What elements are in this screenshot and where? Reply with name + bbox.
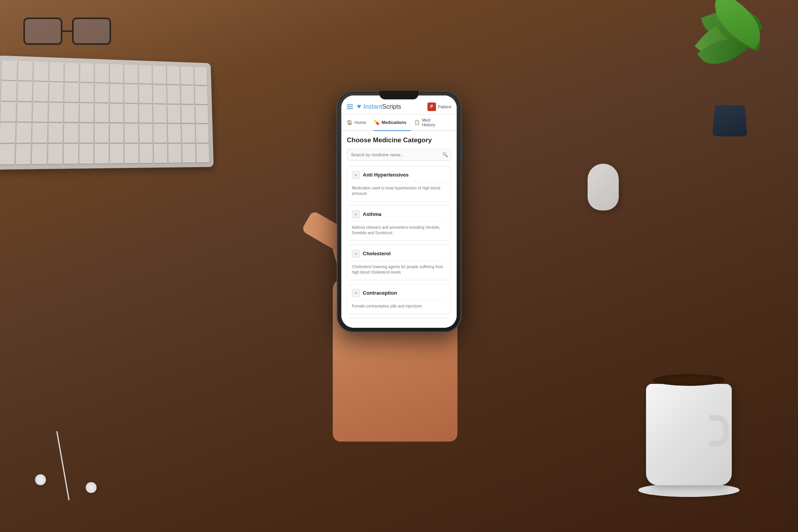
phone-notch	[380, 91, 418, 99]
category-name: Asthma	[363, 211, 381, 217]
subnav-medications-label: Medications	[381, 120, 406, 125]
logo-scripts: Scripts	[382, 103, 401, 110]
phone-screen: ♥ InstantScripts P Patient	[341, 95, 457, 328]
patient-label: Patient	[438, 104, 451, 109]
hand-phone-wrapper: ♥ InstantScripts P Patient	[290, 91, 508, 442]
logo-text: InstantScripts	[364, 103, 401, 110]
glasses-decoration	[16, 12, 125, 51]
subnav-med-history-label: Med History	[422, 118, 443, 127]
category-doc-icon: ≡	[352, 289, 360, 297]
page-title: Choose Medicine Category	[347, 136, 451, 144]
patient-badge[interactable]: P Patient	[427, 103, 451, 111]
phone-volume-down-button	[335, 151, 337, 173]
category-name: Contraception	[363, 290, 397, 296]
category-name: Cholesterol	[363, 251, 391, 256]
category-card-anti-hypertensives[interactable]: ≡ Anti Hypertensives Medication used to …	[347, 166, 451, 201]
category-card-asthma[interactable]: ≡ Asthma Asthma relievers and preventers…	[347, 205, 451, 241]
category-description: Cholesterol lowering agents for people s…	[352, 264, 446, 275]
med-history-icon: 📋	[414, 120, 420, 125]
phone-power-button	[461, 141, 463, 163]
category-card-contraception[interactable]: ≡ Contraception Female contraceptive pil…	[347, 284, 451, 314]
subnav-item-medications[interactable]: 💊 Medications	[374, 115, 411, 130]
phone-volume-up-button	[335, 134, 337, 147]
category-header: ≡ Contraception	[352, 289, 446, 300]
coffee-cup-decoration	[619, 337, 751, 501]
patient-avatar: P	[427, 103, 436, 111]
subnav-item-home[interactable]: 🏠 Home	[347, 115, 371, 130]
category-header: ≡ Cholesterol	[352, 250, 446, 261]
category-header: ≡ Anti Hypertensives	[352, 171, 446, 182]
earphones-decoration	[23, 423, 140, 501]
category-name: Anti Hypertensives	[363, 172, 409, 178]
category-description: Female contraceptive pills and injection…	[352, 304, 446, 309]
navbar-right: P Patient	[427, 103, 451, 111]
app-page: Choose Medicine Category 🔍 ≡ Anti Hypert…	[341, 131, 457, 320]
category-card-depression-anxiety[interactable]: ≡ Depression And Anxiety	[347, 318, 451, 320]
subnav-item-med-history[interactable]: 📋 Med History	[414, 115, 448, 130]
app-content: ♥ InstantScripts P Patient	[341, 95, 457, 328]
app-subnav: 🏠 Home 💊 Medications 📋 Med History	[341, 115, 457, 131]
home-icon: 🏠	[347, 120, 353, 125]
category-card-cholesterol[interactable]: ≡ Cholesterol Cholesterol lowering agent…	[347, 245, 451, 280]
category-doc-icon: ≡	[352, 210, 360, 218]
hamburger-line-3	[347, 108, 353, 109]
category-description: Asthma relievers and preventers includin…	[352, 225, 446, 236]
category-description: Medication used to treat hypertension of…	[352, 186, 446, 196]
search-icon: 🔍	[442, 152, 448, 157]
hamburger-line-2	[347, 106, 353, 107]
phone-device: ♥ InstantScripts P Patient	[337, 91, 461, 332]
subnav-home-label: Home	[355, 120, 366, 125]
search-container: 🔍	[347, 149, 451, 161]
hamburger-line-1	[347, 104, 353, 105]
medications-icon: 💊	[374, 120, 380, 125]
category-doc-icon: ≡	[352, 250, 360, 258]
keyboard-decoration: // Generate keyboard keys via JS after D…	[0, 55, 214, 170]
plant-decoration	[681, 0, 779, 136]
logo-instant: Instant	[364, 103, 382, 110]
mouse-decoration	[588, 164, 619, 210]
category-header: ≡ Asthma	[352, 210, 446, 222]
navbar-left: ♥ InstantScripts	[347, 103, 401, 111]
category-doc-icon: ≡	[352, 171, 360, 179]
logo-heart-icon: ♥	[357, 103, 361, 111]
search-input[interactable]	[347, 149, 451, 161]
hamburger-menu-icon[interactable]	[347, 104, 353, 109]
